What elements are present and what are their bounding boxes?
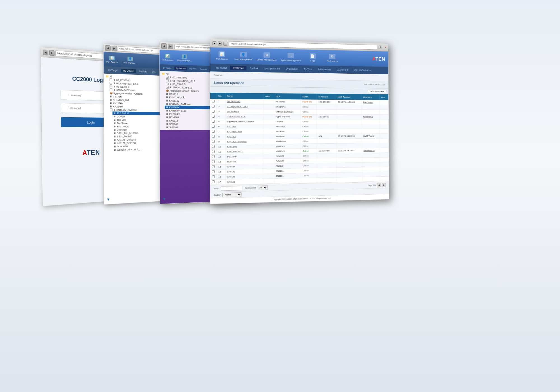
back-btn-main[interactable]: ◀ <box>213 41 216 45</box>
sort-select[interactable]: Name IP Address Type Status <box>222 192 242 197</box>
toolbar-user-mgmt[interactable]: 👤 User Manage... <box>123 56 137 64</box>
fwd-btn-port2[interactable]: ▶ <box>168 43 173 49</box>
tab-by-device-p2[interactable]: By Device <box>174 66 187 70</box>
row-checkbox[interactable] <box>210 104 216 109</box>
tab-access-p2[interactable]: Access <box>199 67 208 71</box>
expand-btn[interactable]: + <box>110 85 113 88</box>
toolbar-preferences-main[interactable]: ⚙ Preferences <box>325 53 340 62</box>
row-checkbox[interactable] <box>210 164 216 169</box>
next-page-btn[interactable]: ▶ <box>382 183 386 187</box>
prev-page-btn[interactable]: ◀ <box>377 183 381 187</box>
expand-btn[interactable]: + <box>166 83 169 85</box>
toolbar-port-access-2[interactable]: 📊 Port Access <box>162 53 173 61</box>
row-operation[interactable]: Get Status <box>362 114 380 119</box>
device-icon: 🖥 <box>166 126 169 129</box>
browser-close[interactable]: ✕ <box>385 46 386 49</box>
settings-btn-main[interactable]: ⚙ <box>379 45 382 49</box>
row-checkbox[interactable] <box>210 114 216 119</box>
row-checkbox[interactable] <box>210 129 216 134</box>
sub-by-port[interactable]: By Port <box>247 66 261 71</box>
sub-by-location[interactable]: By Location <box>283 67 301 71</box>
row-name[interactable]: KN8164V <box>225 144 264 149</box>
row-name[interactable]: KN2140v <box>225 134 264 139</box>
row-checkbox[interactable] <box>210 159 216 164</box>
row-mac: 00:10:74:41:0B:C0 <box>336 100 361 105</box>
row-name[interactable]: RCM168 <box>225 159 264 164</box>
row-name[interactable]: 3700V-14723-S12 <box>225 114 264 119</box>
fwd-btn-port1[interactable]: ▶ <box>112 45 117 51</box>
row-name[interactable]: KH1516Ai_Old <box>225 129 264 134</box>
device-icon: 🖥 <box>166 96 168 99</box>
row-name[interactable]: CS1716i <box>225 124 264 129</box>
expand-btn[interactable]: + <box>166 79 169 82</box>
row-ip <box>317 167 337 172</box>
row-checkbox[interactable] <box>210 174 216 179</box>
sub-by-device[interactable]: By Device <box>230 66 247 71</box>
launch-nlb-client-btn[interactable]: Launch NLB client <box>368 89 386 93</box>
sub-by-target[interactable]: By Target <box>214 66 230 70</box>
server-icon: 🖥 <box>114 135 116 138</box>
items-per-page-select[interactable]: 25 50 100 <box>258 185 268 190</box>
row-checkbox[interactable] <box>210 169 216 174</box>
row-status: Offline <box>301 143 317 148</box>
refresh-btn-main[interactable]: ↻ <box>223 41 227 45</box>
row-checkbox[interactable] <box>210 139 216 144</box>
row-name[interactable]: 00_PE5324G <box>225 99 264 104</box>
tab-by-port-p2[interactable]: By Port <box>188 67 198 71</box>
toolbar-user-mgmt-main[interactable]: 👤 User Management <box>234 52 252 61</box>
tab-by-target-p2[interactable]: By Target <box>161 66 174 70</box>
row-checkbox[interactable] <box>210 134 216 139</box>
row-checkbox[interactable] <box>210 154 216 159</box>
row-name[interactable]: 01_KN4140VA_L2L2 <box>225 104 264 109</box>
tab-by-target-port1[interactable]: By Target <box>106 68 120 73</box>
back-btn-port2[interactable]: ◀ <box>161 43 167 49</box>
tab-by-device-port1[interactable]: By Device <box>121 69 136 73</box>
row-operation[interactable]: KVM Viewer <box>362 134 380 138</box>
sub-by-department[interactable]: By Department <box>261 66 282 71</box>
toolbar-port-access[interactable]: 📊 Port Access <box>106 55 118 64</box>
toolbar-device-mgmt-main[interactable]: 🖥 Device Management <box>257 52 276 61</box>
filter-icon[interactable]: ▼ <box>106 197 110 202</box>
row-name[interactable]: SN0148 <box>225 169 264 174</box>
toolbar-system-mgmt-main[interactable]: 🔧 System Management <box>281 53 300 62</box>
tab-by-port1[interactable]: By... <box>150 70 158 74</box>
toolbar-port-access-main[interactable]: 📊 Port Access <box>214 51 230 60</box>
row-name[interactable]: SN3101 <box>225 179 264 184</box>
row-name[interactable]: 05_ESXi6.5 <box>225 109 264 114</box>
filter-icon-2[interactable]: ▼ <box>162 197 166 201</box>
back-button[interactable]: ◀ <box>43 49 48 55</box>
back-btn-port1[interactable]: ◀ <box>105 45 111 51</box>
forward-button[interactable]: ▶ <box>49 50 55 56</box>
fwd-btn-main[interactable]: ▶ <box>218 41 222 45</box>
row-checkbox[interactable] <box>210 119 216 124</box>
aten-logo-login: ATEN <box>82 148 100 157</box>
row-name[interactable]: KN8164V_1111 <box>225 149 264 154</box>
sub-user-preferences[interactable]: User Preferences <box>351 68 374 73</box>
sub-dashboard[interactable]: Dashboard <box>334 67 351 72</box>
row-checkbox[interactable] <box>210 99 216 104</box>
row-name[interactable]: Aggregate Device - Generic <box>225 119 264 124</box>
filter-input[interactable] <box>221 186 243 191</box>
expand-btn[interactable]: + <box>110 82 113 85</box>
row-name[interactable]: SN0116 <box>225 164 264 169</box>
row-checkbox[interactable] <box>210 109 216 114</box>
row-checkbox[interactable] <box>210 124 216 129</box>
expand-btn[interactable]: + <box>166 86 169 89</box>
row-name[interactable]: KN4140v_SrvRoom <box>225 139 264 144</box>
sub-by-type[interactable]: By Type <box>301 67 315 71</box>
row-checkbox[interactable] <box>210 179 216 185</box>
tab-by-port-port1[interactable]: By Port <box>137 69 149 74</box>
sub-by-favorites[interactable]: By Favorites <box>316 67 334 72</box>
toolbar-user-mgmt-2[interactable]: 👤 User Manage... <box>177 54 192 62</box>
expand-btn[interactable]: + <box>110 88 113 91</box>
row-name[interactable]: PE7324rB <box>225 154 264 159</box>
expand-btn[interactable]: + <box>109 78 112 81</box>
row-no: 2 <box>216 104 225 109</box>
row-operation[interactable]: Web Access <box>362 148 380 153</box>
toolbar-logs-main[interactable]: 📄 Logs <box>305 53 321 62</box>
row-operation[interactable]: Live Video <box>362 100 380 105</box>
expand-btn[interactable]: + <box>166 76 169 79</box>
expand-btn[interactable]: - <box>110 108 113 111</box>
row-checkbox[interactable] <box>210 149 216 154</box>
row-checkbox[interactable] <box>210 144 216 149</box>
